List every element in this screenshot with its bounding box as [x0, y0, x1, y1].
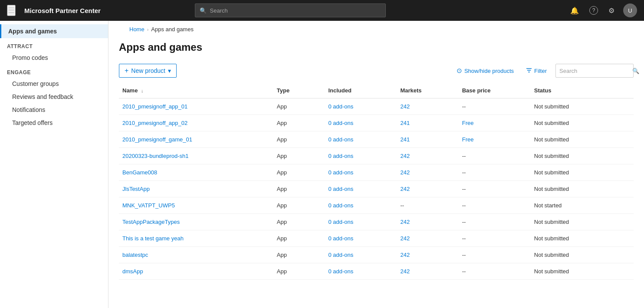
- product-included-link[interactable]: 0 add-ons: [328, 202, 353, 209]
- breadcrumb: Home › Apps and games: [119, 21, 634, 34]
- product-base-price: Free: [459, 131, 531, 148]
- product-markets-link[interactable]: 241: [400, 120, 410, 126]
- product-base-price: --: [459, 197, 531, 214]
- product-name-link[interactable]: 2010_pmesignoff_app_02: [122, 120, 187, 126]
- table-search-input[interactable]: [559, 68, 632, 74]
- toolbar-right: ⊙ Show/hide products Filter 🔍: [453, 64, 634, 78]
- table-row: balatestpcApp0 add-ons242--Not submitted: [119, 247, 634, 263]
- global-search-input[interactable]: [210, 7, 381, 14]
- table-row: 2010_pmesignoff_app_02App0 add-ons241Fre…: [119, 115, 634, 131]
- product-markets-link[interactable]: 242: [400, 252, 410, 258]
- sidebar-section-attract: Attract: [0, 38, 108, 51]
- sidebar-item-customer-groups[interactable]: Customer groups: [0, 77, 108, 90]
- table-header: Name ↓ Type Included Markets Base price …: [119, 83, 634, 98]
- notification-button[interactable]: 🔔: [568, 5, 581, 16]
- product-included-link[interactable]: 0 add-ons: [328, 120, 353, 126]
- product-included-link[interactable]: 0 add-ons: [328, 219, 353, 225]
- sidebar-section-engage: Engage: [0, 64, 108, 77]
- product-markets-link[interactable]: 242: [400, 235, 410, 242]
- sidebar-item-promo-codes[interactable]: Promo codes: [0, 51, 108, 64]
- filter-label: Filter: [534, 68, 547, 74]
- product-name-link[interactable]: BenGame008: [122, 169, 157, 176]
- product-name-link[interactable]: balatestpc: [122, 252, 148, 258]
- sidebar-item-targeted-offers[interactable]: Targeted offers: [0, 116, 108, 129]
- product-markets-link[interactable]: 242: [400, 153, 410, 159]
- product-markets-link[interactable]: 242: [400, 186, 410, 192]
- product-markets-link[interactable]: 241: [400, 136, 410, 143]
- product-status: Not submitted: [531, 247, 634, 263]
- global-search-icon: 🔍: [200, 7, 207, 14]
- product-included-link[interactable]: 0 add-ons: [328, 169, 353, 176]
- sidebar-item-reviews[interactable]: Reviews and feedback: [0, 90, 108, 103]
- product-included-link[interactable]: 0 add-ons: [328, 186, 353, 192]
- product-status: Not submitted: [531, 214, 634, 230]
- topbar: ☰ Microsoft Partner Center 🔍 🔔 ? ⚙ U: [0, 0, 644, 21]
- product-markets-link[interactable]: 242: [400, 169, 410, 176]
- product-name-link[interactable]: This is a test game yeah: [122, 235, 184, 242]
- breadcrumb-home-link[interactable]: Home: [129, 26, 145, 33]
- product-type: App: [273, 197, 325, 214]
- col-name-header[interactable]: Name ↓: [119, 83, 273, 98]
- product-included-link[interactable]: 0 add-ons: [328, 136, 353, 143]
- sidebar-item-apps-and-games[interactable]: Apps and games: [0, 24, 108, 38]
- product-markets-link[interactable]: 242: [400, 268, 410, 275]
- table-row: 20200323-bundleprod-sh1App0 add-ons242--…: [119, 148, 634, 164]
- global-search-box[interactable]: 🔍: [195, 3, 386, 17]
- product-status: Not submitted: [531, 98, 634, 115]
- new-product-label: New product: [131, 67, 165, 74]
- product-name-link[interactable]: 2010_pmesignoff_app_01: [122, 103, 187, 110]
- product-base-price: Free: [459, 115, 531, 131]
- show-hide-products-button[interactable]: ⊙ Show/hide products: [453, 65, 517, 77]
- help-button[interactable]: ?: [588, 4, 600, 16]
- product-status: Not submitted: [531, 131, 634, 148]
- col-type-header: Type: [273, 83, 325, 98]
- product-base-price-link[interactable]: Free: [462, 120, 474, 126]
- settings-button[interactable]: ⚙: [607, 5, 616, 16]
- product-base-price: --: [459, 214, 531, 230]
- product-status: Not started: [531, 197, 634, 214]
- table-search-box[interactable]: 🔍: [555, 64, 634, 78]
- product-markets: --: [397, 197, 458, 214]
- product-type: App: [273, 214, 325, 230]
- table-row: This is a test game yeahApp0 add-ons242-…: [119, 230, 634, 247]
- hamburger-menu-button[interactable]: ☰: [7, 5, 16, 16]
- table-body: 2010_pmesignoff_app_01App0 add-ons242--N…: [119, 98, 634, 280]
- sidebar-item-notifications[interactable]: Notifications: [0, 103, 108, 116]
- product-base-price-link[interactable]: Free: [462, 136, 474, 143]
- product-name-link[interactable]: JlsTestApp: [122, 186, 150, 192]
- product-markets-link[interactable]: 242: [400, 103, 410, 110]
- table-row: BenGame008App0 add-ons242--Not submitted: [119, 164, 634, 181]
- product-included-link[interactable]: 0 add-ons: [328, 252, 353, 258]
- product-name-link[interactable]: MNK_VATPT_UWP5: [122, 202, 175, 209]
- product-base-price: --: [459, 98, 531, 115]
- table-header-row: Name ↓ Type Included Markets Base price …: [119, 83, 634, 98]
- new-product-button[interactable]: + New product ▾: [119, 64, 177, 78]
- product-base-price: --: [459, 164, 531, 181]
- table-search-icon: 🔍: [632, 68, 639, 74]
- product-included-link[interactable]: 0 add-ons: [328, 268, 353, 275]
- product-base-price: --: [459, 263, 531, 280]
- product-name-link[interactable]: 2010_pmesignoff_game_01: [122, 136, 192, 143]
- table-row: TestAppPackageTypesApp0 add-ons242--Not …: [119, 214, 634, 230]
- filter-button[interactable]: Filter: [522, 65, 550, 77]
- product-name-link[interactable]: 20200323-bundleprod-sh1: [122, 153, 189, 159]
- product-status: Not submitted: [531, 148, 634, 164]
- table-row: JlsTestAppApp0 add-ons242--Not submitted: [119, 181, 634, 197]
- product-markets-link[interactable]: 242: [400, 219, 410, 225]
- new-product-chevron-icon: ▾: [168, 67, 171, 74]
- app-title: Microsoft Partner Center: [24, 7, 101, 14]
- col-included-header: Included: [325, 83, 397, 98]
- products-table: Name ↓ Type Included Markets Base price …: [119, 83, 634, 280]
- product-name-link[interactable]: dmsApp: [122, 268, 143, 275]
- new-product-plus-icon: +: [125, 67, 128, 75]
- product-status: Not submitted: [531, 181, 634, 197]
- product-included-link[interactable]: 0 add-ons: [328, 103, 353, 110]
- product-included-link[interactable]: 0 add-ons: [328, 235, 353, 242]
- avatar[interactable]: U: [623, 3, 637, 17]
- product-type: App: [273, 263, 325, 280]
- product-name-link[interactable]: TestAppPackageTypes: [122, 219, 180, 225]
- product-included-link[interactable]: 0 add-ons: [328, 153, 353, 159]
- col-base-price-header: Base price: [459, 83, 531, 98]
- table-row: 2010_pmesignoff_app_01App0 add-ons242--N…: [119, 98, 634, 115]
- product-type: App: [273, 131, 325, 148]
